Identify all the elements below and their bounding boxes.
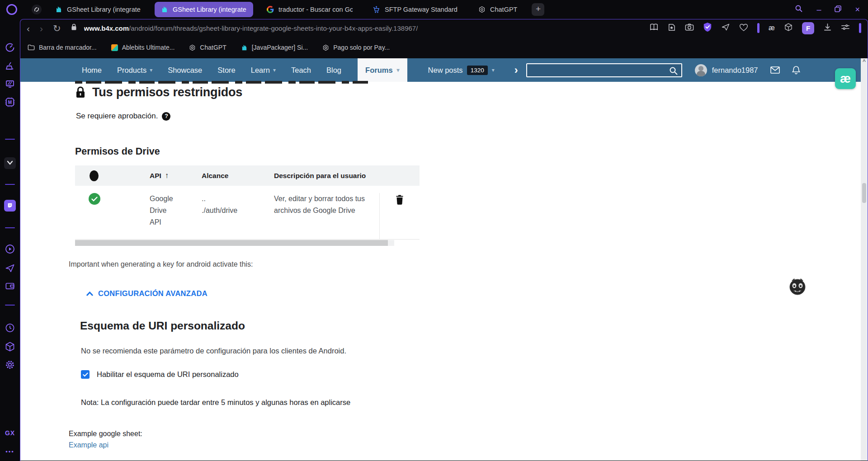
nav-teach[interactable]: Teach <box>291 66 311 75</box>
send-to-flow-icon[interactable] <box>721 23 730 33</box>
nav-showcase[interactable]: Showcase <box>168 66 202 75</box>
alerts-bell-icon[interactable] <box>792 66 800 75</box>
table-horizontal-scrollbar[interactable] <box>75 240 394 246</box>
downloads-icon[interactable] <box>823 23 832 33</box>
history-clock-icon[interactable] <box>5 323 15 335</box>
tab-traductor[interactable]: traductor - Buscar con Goo <box>260 2 359 17</box>
bookmark-ablebits[interactable]: Ablebits Ultimate... <box>111 44 175 51</box>
nav-home[interactable]: Home <box>82 66 102 75</box>
scrollbar-thumb[interactable] <box>862 183 866 203</box>
new-tab-button[interactable]: + <box>532 3 544 16</box>
select-column-header[interactable] <box>75 170 150 181</box>
user-avatar[interactable] <box>695 64 707 76</box>
enabled-checkbox[interactable] <box>81 370 90 379</box>
b4x-flame-icon <box>55 6 62 13</box>
pinned-site-icon[interactable] <box>4 157 16 169</box>
horizontal-scrollbar-thumb[interactable] <box>75 240 388 246</box>
maximize-button[interactable] <box>835 5 841 14</box>
sort-ascending-icon[interactable]: ↑ <box>165 171 169 180</box>
clipped-text-row <box>75 81 368 84</box>
nav-blog[interactable]: Blog <box>326 66 341 75</box>
table-row: Google Drive API .. ./auth/drive Ver, ed… <box>75 186 420 240</box>
mods-m-label: M <box>5 97 15 108</box>
gx-cleaner-broom-icon[interactable] <box>5 61 15 73</box>
player-icon[interactable] <box>5 244 15 256</box>
scope-column-header[interactable]: Alcance <box>202 172 274 180</box>
workspace-icon[interactable] <box>32 5 42 14</box>
gx-mods-chip-icon[interactable]: M <box>5 97 15 108</box>
example-api-link[interactable]: Example api <box>69 441 108 449</box>
nav-products[interactable]: Products▾ <box>117 66 152 75</box>
uri-scheme-heading: Esquema de URI personalizado <box>80 320 245 332</box>
tab-title: GSheet Library (integrate g <box>173 6 247 13</box>
help-question-icon[interactable]: ? <box>162 112 170 121</box>
check-circle-icon <box>89 193 100 205</box>
reload-button[interactable]: ↻ <box>53 24 61 33</box>
marketplace-cart-icon <box>373 6 380 14</box>
advanced-settings-toggle[interactable]: CONFIGURACIÓN AVANZADA <box>86 289 208 298</box>
devil-face-icon <box>788 277 807 296</box>
page-title: Tus permisos restringidos <box>92 85 242 99</box>
adblock-shield-icon[interactable] <box>703 22 712 34</box>
minimize-button[interactable]: – <box>816 5 821 14</box>
url-domain: www.b4x.com <box>84 24 129 32</box>
bookmark-chatgpt[interactable]: ChatGPT <box>189 44 226 51</box>
bookmark-page-icon[interactable] <box>667 23 676 33</box>
tab-chatgpt[interactable]: ChatGPT <box>472 2 524 17</box>
forward-button[interactable]: › <box>40 24 43 33</box>
sidebar-more-button[interactable]: ••• <box>5 448 14 455</box>
address-bar-actions: æ F <box>650 22 861 34</box>
lock-icon[interactable] <box>71 24 77 33</box>
wallet-icon[interactable] <box>5 281 15 293</box>
browser-window: GSheet Library (integrate g GSheet Libra… <box>0 0 868 461</box>
scrollbar-up-arrow[interactable]: ^ <box>861 58 868 65</box>
browser-content-frame: ‹ › ↻ www.b4x.com/android/forum/threads/… <box>20 19 868 461</box>
back-button[interactable]: ‹ <box>27 24 30 33</box>
tab-search-icon[interactable] <box>795 5 803 14</box>
select-all-circle-icon[interactable] <box>90 170 99 181</box>
pinboard-heart-icon[interactable] <box>739 23 748 33</box>
snapshot-camera-icon[interactable] <box>685 23 694 33</box>
chevron-up-icon <box>86 292 93 296</box>
nav-forums-active[interactable]: Forums▾ <box>358 58 407 82</box>
my-flow-plane-icon[interactable] <box>5 263 15 275</box>
delete-trash-icon[interactable] <box>395 194 404 239</box>
extensions-cube-icon[interactable] <box>5 341 15 354</box>
inbox-envelope-icon[interactable] <box>770 66 780 74</box>
gx-logo-label[interactable]: GX <box>5 429 15 437</box>
lock-icon <box>75 86 86 99</box>
bookmark-folder[interactable]: Barra de marcador... <box>28 44 97 51</box>
url-display[interactable]: www.b4x.com/android/forum/threads/gsheet… <box>84 24 418 32</box>
chevron-down-icon: ▾ <box>492 67 495 73</box>
f-extension-icon[interactable]: F <box>802 22 814 34</box>
close-button[interactable]: × <box>855 5 860 14</box>
nav-new-posts[interactable]: New posts 1320 ▾ <box>428 66 495 75</box>
nav-store[interactable]: Store <box>217 66 235 75</box>
api-column-header[interactable]: API↑ <box>150 171 202 180</box>
bookmark-javapackager[interactable]: [JavaPackager] Si... <box>241 44 308 51</box>
hot-tabs-monitor-icon[interactable] <box>5 79 15 91</box>
gx-sidebar: M GX ••• <box>0 19 20 461</box>
reader-mode-icon[interactable] <box>650 23 658 33</box>
ae-extension-icon[interactable]: æ <box>769 24 775 32</box>
opera-gx-logo-icon[interactable] <box>6 4 17 15</box>
bookmark-pago[interactable]: Pago solo por Pay... <box>322 44 390 51</box>
tab-title: SFTP Gateway Standard – <box>385 6 458 13</box>
tab-title: GSheet Library (integrate g <box>67 6 141 13</box>
tab-sftp-gateway[interactable]: SFTP Gateway Standard – <box>366 2 465 17</box>
easy-setup-sliders-icon[interactable] <box>841 23 850 33</box>
username-label[interactable]: fernando1987 <box>712 66 758 75</box>
uri-scheme-warning: No se recomienda este parámetro de confi… <box>81 347 346 355</box>
page-scrollbar[interactable]: ^ <box>861 58 868 461</box>
description-column-header[interactable]: Descripción para el usuario <box>274 172 379 180</box>
tab-gsheet-1[interactable]: GSheet Library (integrate g <box>49 2 147 17</box>
forum-search-input[interactable] <box>526 63 682 77</box>
tab-gsheet-2-active[interactable]: GSheet Library (integrate g <box>155 2 253 17</box>
nav-learn[interactable]: Learn▾ <box>251 66 276 75</box>
twitch-icon[interactable] <box>4 200 16 212</box>
nav-expand-chevron[interactable]: › <box>514 65 518 75</box>
settings-gear-icon[interactable] <box>5 359 15 372</box>
ae-overlay-button[interactable]: æ <box>835 68 856 89</box>
extension-cube-icon[interactable] <box>784 23 793 33</box>
gx-control-gauge-icon[interactable] <box>5 42 15 54</box>
